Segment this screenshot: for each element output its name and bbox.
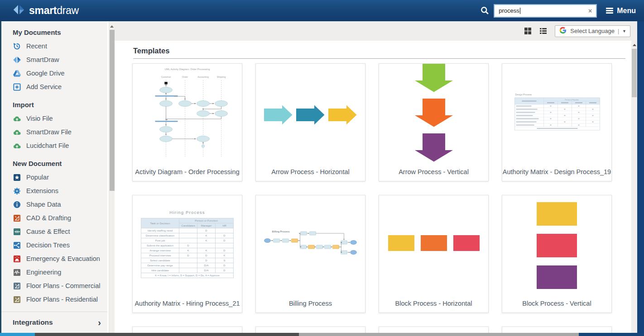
- language-selector[interactable]: Select Language | ▼: [555, 25, 630, 37]
- sidebar: My DocumentsRecentSmartDrawGoogle DriveA…: [0, 21, 107, 333]
- template-title: Block Process - Horizontal: [379, 297, 488, 312]
- sidebar-section-heading-new-document: New Document: [1, 160, 107, 168]
- sidebar-item-integrations[interactable]: Integrations›: [1, 316, 107, 329]
- navbar-right: process × Menu: [480, 4, 636, 18]
- sidebar-item-label: SmartDraw: [26, 56, 59, 63]
- template-card-activity-diagram-order-processing[interactable]: UML Activity Diagram: Order ProcessingCu…: [132, 63, 242, 181]
- svg-text:Person or Function: Person or Function: [565, 99, 578, 101]
- block-shape: [421, 235, 447, 251]
- sidebar-item-floor-plans-commercial[interactable]: Floor Plans - Commercial: [1, 279, 107, 293]
- smartdraw-logo-icon: [13, 4, 25, 18]
- alarm-icon: [13, 255, 21, 263]
- template-title: Arrow Process - Horizontal: [256, 166, 365, 181]
- search-icon[interactable]: [480, 6, 490, 15]
- template-title: Block Process - Vertical: [502, 297, 611, 312]
- floorplan-icon: [13, 295, 21, 304]
- template-card-billing-process[interactable]: Billing ProcessBilling Process: [255, 195, 365, 313]
- chevron-right-icon: ›: [98, 318, 101, 327]
- down-arrow-shape: [414, 133, 453, 162]
- block-shape: [537, 265, 577, 289]
- sidebar-item-label: Google Drive: [26, 70, 65, 77]
- sidebar-item-label: CAD & Drafting: [26, 214, 71, 222]
- sidebar-item-recent[interactable]: Recent: [1, 39, 107, 53]
- sidebar-item-lucidchart-file[interactable]: Lucidchart File: [1, 139, 107, 152]
- recent-icon: [13, 42, 21, 51]
- language-divider: |: [618, 28, 619, 34]
- sidebar-item-engineering[interactable]: Engineering: [1, 265, 107, 279]
- sidebar-item-popular[interactable]: Popular: [1, 170, 107, 184]
- template-thumbnail: Hiring ProcessTask or DecisionPerson or …: [133, 195, 242, 297]
- svg-text:Customer: Customer: [161, 76, 171, 78]
- main-scrollbar-thumb[interactable]: [632, 49, 637, 97]
- menu-label: Menu: [617, 7, 636, 15]
- smartdraw-icon: [13, 56, 21, 64]
- clear-search-icon[interactable]: ×: [588, 7, 592, 14]
- scroll-up-arrow-icon[interactable]: [110, 25, 114, 28]
- sidebar-item-extensions[interactable]: Extensions: [1, 184, 107, 198]
- sidebar-item-label: Decision Trees: [26, 241, 70, 249]
- sidebar-item-label: Visio File: [26, 115, 53, 122]
- menu-button[interactable]: Menu: [606, 6, 636, 14]
- sidebar-item-label: Floor Plans - Residential: [26, 296, 98, 303]
- smartdraw-logo[interactable]: smartdraw: [13, 4, 79, 18]
- sidebar-item-emergency-evacuation[interactable]: Emergency & Evacuation: [1, 252, 107, 265]
- template-card-arrow-process-horizontal[interactable]: Arrow Process - Horizontal: [255, 63, 365, 181]
- integrations-label: Integrations: [13, 318, 53, 327]
- google-drive-icon: [13, 69, 21, 78]
- sidebar-item-label: Engineering: [26, 269, 61, 276]
- sidebar-item-label: Lucidchart File: [26, 142, 69, 149]
- list-view-icon[interactable]: [539, 27, 547, 35]
- grid-view-icon[interactable]: [524, 27, 532, 35]
- info-icon: [13, 200, 21, 209]
- template-card-block-process-vertical[interactable]: Block Process - Vertical: [502, 195, 612, 313]
- sidebar-item-smartdraw-file[interactable]: SmartDraw File: [1, 125, 107, 139]
- matrix-title: Hiring Process: [169, 210, 205, 215]
- bottom-bar-segment: [35, 333, 299, 336]
- language-label: Select Language: [570, 28, 615, 34]
- sidebar-scrollbar-thumb[interactable]: [110, 30, 115, 191]
- sidebar-item-cause-effect[interactable]: Cause & Effect: [1, 225, 107, 238]
- block-shape: [537, 234, 577, 257]
- template-card-authority-matrix-hiring-process-21[interactable]: Hiring ProcessTask or DecisionPerson or …: [132, 195, 242, 313]
- main-toolbar-strip: Select Language | ▼: [115, 21, 637, 41]
- sidebar-item-decision-trees[interactable]: Decision Trees: [1, 238, 107, 252]
- template-card-authority-matrix-design-process-19[interactable]: Design ProcessPerson or FunctionAuthorit…: [502, 63, 612, 181]
- template-title: Activity Diagram - Order Processing: [133, 166, 242, 181]
- scroll-up-arrow-icon[interactable]: [633, 44, 636, 46]
- template-thumbnail: UML Activity Diagram: Order ProcessingCu…: [133, 64, 242, 166]
- template-card-arrow-process-vertical[interactable]: Arrow Process - Vertical: [379, 63, 489, 181]
- sidebar-item-visio-file[interactable]: Visio File: [1, 112, 107, 125]
- sidebar-item-label: Extensions: [26, 187, 58, 194]
- block-shape: [453, 235, 480, 251]
- sidebar-section-heading-import: Import: [1, 101, 107, 109]
- gear-icon: [13, 187, 21, 195]
- template-thumbnail: [379, 64, 488, 166]
- sidebar-item-label: Cause & Effect: [26, 228, 70, 235]
- sidebar-item-smartdraw[interactable]: SmartDraw: [1, 53, 107, 66]
- svg-text:Design Process: Design Process: [515, 93, 532, 96]
- language-dropdown-arrow[interactable]: ▼: [622, 29, 626, 33]
- sidebar-item-add-service[interactable]: Add Service: [1, 80, 107, 94]
- sidebar-item-cad-drafting[interactable]: CAD & Drafting: [1, 211, 107, 225]
- bottom-bar-segment: [0, 333, 35, 336]
- bottom-bar-segment: [299, 333, 579, 336]
- svg-text:Billing Process: Billing Process: [272, 230, 290, 233]
- template-card-partial[interactable]: [132, 327, 242, 333]
- template-card-block-process-horizontal[interactable]: Block Process - Horizontal: [379, 195, 489, 313]
- sidebar-item-floor-plans-residential[interactable]: Floor Plans - Residential: [1, 293, 107, 306]
- template-thumbnail: [256, 64, 365, 166]
- template-card-partial[interactable]: [255, 327, 365, 333]
- template-card-partial[interactable]: [502, 327, 612, 333]
- sidebar-item-label: Shape Data: [26, 201, 61, 208]
- main-scrollbar[interactable]: [631, 41, 637, 333]
- sidebar-scrollbar[interactable]: [109, 21, 115, 333]
- template-thumbnail: Billing Process: [256, 195, 365, 297]
- sidebar-item-label: Add Service: [26, 83, 62, 90]
- template-card-partial[interactable]: [379, 327, 489, 333]
- sidebar-item-google-drive[interactable]: Google Drive: [1, 66, 107, 80]
- template-grid: UML Activity Diagram: Order ProcessingCu…: [132, 63, 612, 333]
- sidebar-item-shape-data[interactable]: Shape Data: [1, 198, 107, 211]
- template-title: Authority Matrix - Hiring Process_21: [133, 297, 242, 312]
- heading-divider: [133, 58, 625, 59]
- search-input[interactable]: process ×: [494, 4, 597, 18]
